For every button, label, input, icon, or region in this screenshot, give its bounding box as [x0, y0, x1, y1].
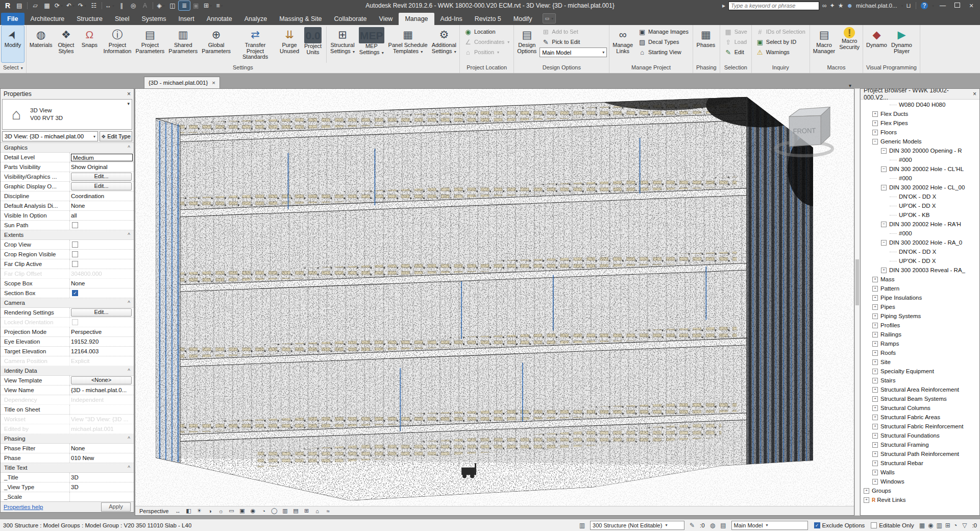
edit-button[interactable]: ✎Edit	[722, 47, 749, 57]
default-3d-view-icon[interactable]: ◈▾	[155, 1, 166, 10]
tree-item-000[interactable]: #000	[861, 174, 979, 183]
selection-toggle-icon[interactable]: ⌂	[313, 508, 321, 514]
position-button[interactable]: ⌂Position▾	[462, 47, 511, 57]
tree-item-structural-foundations[interactable]: +Structural Foundations	[861, 431, 979, 440]
project-browser-scrollbar[interactable]	[854, 88, 860, 516]
tag-by-category-icon[interactable]: ◎	[128, 1, 139, 10]
collapse-minus-icon[interactable]: −	[881, 166, 887, 172]
open-icon[interactable]: ▱	[30, 1, 41, 10]
expand-plus-icon[interactable]: +	[872, 369, 878, 374]
app-store-cart-icon[interactable]: ⊔	[906, 2, 911, 9]
tree-item-000[interactable]: #000	[861, 155, 979, 164]
tree-item-000[interactable]: #000	[861, 229, 979, 238]
tab-massing-site[interactable]: Massing & Site	[273, 13, 328, 25]
expand-plus-icon[interactable]: +	[864, 488, 869, 494]
graphic-display-o-edit-button[interactable]: Edit...	[71, 182, 132, 190]
collapse-chevron-icon[interactable]: ^	[128, 232, 130, 238]
search-collapse-icon[interactable]: ▸	[722, 2, 725, 9]
worksharing-display-icon[interactable]: ▥	[281, 508, 288, 514]
sync-with-central-icon[interactable]: ⟳▾	[53, 1, 64, 10]
tree-item-revit-links[interactable]: +RRevit Links	[861, 495, 979, 504]
editable-elements-icon[interactable]: ✎	[690, 522, 695, 529]
help-icon[interactable]: ?	[921, 2, 928, 9]
expand-plus-icon[interactable]: +	[872, 461, 878, 466]
tree-item-pipes[interactable]: +Pipes	[861, 302, 979, 311]
project-information-button[interactable]: ⓘProject Information	[102, 26, 133, 62]
warnings-button[interactable]: ⚠Warnings	[754, 47, 807, 57]
editable-only-checkbox[interactable]: Editable Only	[870, 522, 914, 528]
macro-manager-button[interactable]: ▤Macro Manager	[812, 26, 837, 62]
tree-item-structural-framing[interactable]: +Structural Framing	[861, 440, 979, 449]
expand-plus-icon[interactable]: +	[872, 433, 878, 439]
dynamo-button[interactable]: ◆Dynamo	[865, 26, 889, 62]
decal-types-button[interactable]: ▨Decal Types	[636, 37, 691, 47]
tab-annotate[interactable]: Annotate	[201, 13, 238, 25]
tree-item-ramps[interactable]: +Ramps	[861, 339, 979, 348]
project-units-button[interactable]: 0.0Project Units	[302, 26, 324, 62]
view-tabs-menu-icon[interactable]: ▾	[849, 83, 854, 88]
favorites-icon[interactable]: ★	[838, 2, 844, 9]
signed-in-user[interactable]: michael.plat.0...	[856, 3, 897, 9]
design-options-button[interactable]: ▤Design Options	[516, 26, 538, 62]
close-button[interactable]: ×	[966, 2, 977, 10]
tree-item-piping-systems[interactable]: +Piping Systems	[861, 311, 979, 321]
collapse-minus-icon[interactable]: −	[872, 139, 878, 144]
pick-to-edit-button[interactable]: ✎Pick to Edit	[540, 37, 607, 47]
redo-icon[interactable]: ↷▾	[77, 1, 88, 10]
collapse-minus-icon[interactable]: −	[881, 148, 887, 154]
object-styles-button[interactable]: ❖Object Styles	[55, 26, 77, 62]
section-header-phasing[interactable]: Phasing^	[1, 434, 134, 444]
tree-item-up-ok-dd-x[interactable]: UP'OK - DD X	[861, 201, 979, 210]
collapse-chevron-icon[interactable]: ^	[128, 145, 130, 151]
tree-item-din-300-20002-hole-ra-h[interactable]: −DIN 300 20002 Hole - RA'H	[861, 220, 979, 229]
tree-item-stairs[interactable]: +Stairs	[861, 376, 979, 385]
tree-item-dn-ok-dd-x[interactable]: DN'OK - DD X	[861, 192, 979, 201]
tab-structure[interactable]: Structure	[70, 13, 109, 25]
collapse-chevron-icon[interactable]: ^	[128, 436, 130, 442]
search-binoculars-icon[interactable]: ∞	[822, 2, 827, 9]
expand-plus-icon[interactable]: +	[864, 497, 869, 503]
expand-plus-icon[interactable]: +	[872, 415, 878, 420]
tree-item-site[interactable]: +Site	[861, 357, 979, 367]
tab-insert[interactable]: Insert	[172, 13, 200, 25]
minimize-button[interactable]: —	[937, 2, 948, 9]
collapse-minus-icon[interactable]: −	[881, 222, 887, 227]
dynamo-player-button[interactable]: ▶Dynamo Player	[890, 26, 914, 62]
crop-region-visible-checkbox[interactable]	[72, 251, 78, 257]
tab-view[interactable]: View	[373, 13, 399, 25]
tree-item-structural-beam-systems[interactable]: +Structural Beam Systems	[861, 394, 979, 403]
expand-plus-icon[interactable]: +	[872, 111, 878, 117]
transfer-project-standards-button[interactable]: ⇄Transfer Project Standards	[233, 26, 277, 62]
tree-item-windows[interactable]: +Windows	[861, 477, 979, 486]
tree-item-railings[interactable]: +Railings	[861, 330, 979, 339]
expand-plus-icon[interactable]: +	[872, 120, 878, 126]
crop-view-icon[interactable]: ▭	[228, 508, 235, 514]
scrollbar-thumb[interactable]	[855, 259, 859, 305]
edit-type-button[interactable]: ❖ Edit Type	[100, 131, 132, 141]
expand-plus-icon[interactable]: +	[872, 130, 878, 135]
type-selector-chevron-icon[interactable]: ▾	[127, 101, 130, 106]
aligned-dimension-icon[interactable]: ∥	[116, 1, 127, 10]
tree-item-flex-pipes[interactable]: +Flex Pipes	[861, 118, 979, 128]
additional-settings-button[interactable]: ⚙Additional Settings ▾	[430, 26, 458, 62]
tab-collaborate[interactable]: Collaborate	[328, 13, 373, 25]
reveal-hidden-icon[interactable]: ◯	[271, 508, 278, 514]
sun-path-checkbox[interactable]	[72, 222, 78, 228]
visibility-graphics-edit-button[interactable]: Edit...	[71, 173, 132, 181]
select-underlay-icon[interactable]: ◉	[928, 522, 933, 529]
tree-item-floors[interactable]: +Floors	[861, 128, 979, 137]
section-header-graphics[interactable]: Graphics^	[1, 143, 134, 153]
revit-logo-icon[interactable]: R	[2, 1, 13, 10]
help-menu-chevron-icon[interactable]: ▾	[932, 4, 934, 8]
tab-revizto-5[interactable]: Revizto 5	[469, 13, 507, 25]
expand-plus-icon[interactable]: +	[872, 378, 878, 383]
show-constraints-icon[interactable]: ⊞	[303, 508, 310, 514]
view-tab-close-icon[interactable]: ×	[212, 80, 215, 86]
active-design-option-combobox[interactable]: Main Model▾	[731, 521, 808, 530]
restore-button[interactable]	[951, 2, 963, 9]
global-parameters-button[interactable]: ⊕Global Parameters	[200, 26, 232, 62]
panel-schedule-templates-button[interactable]: ▦Panel Schedule Templates ▾	[387, 26, 429, 62]
tree-item-din-300-20002-hole-cl-hl[interactable]: −DIN 300 20002 Hole - CL'HL	[861, 164, 979, 174]
tab-steel[interactable]: Steel	[109, 13, 136, 25]
worksharing-display-icon[interactable]: ◍	[710, 522, 715, 529]
